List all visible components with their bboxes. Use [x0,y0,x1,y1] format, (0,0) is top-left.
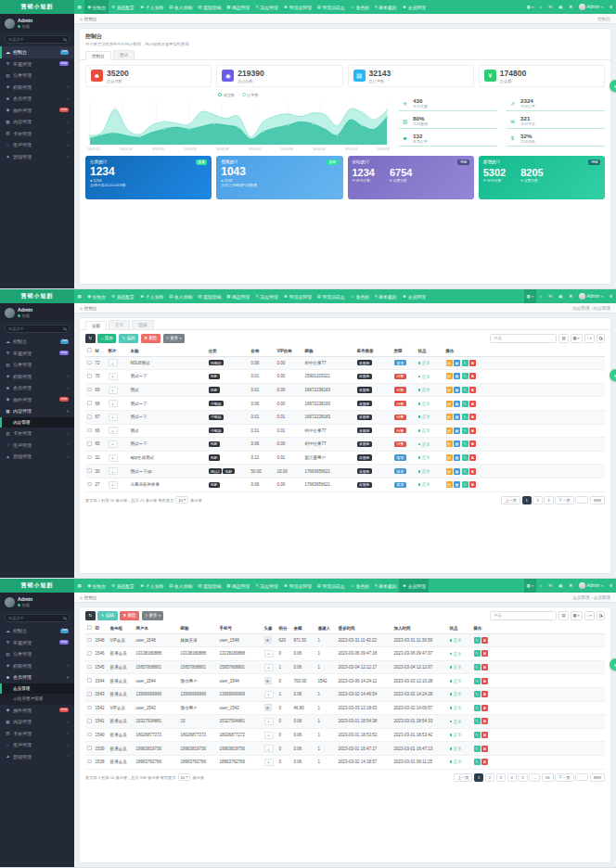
column-header-5[interactable]: 手机号 [218,623,263,634]
close-button[interactable]: ✖ [566,579,576,593]
detail-button[interactable]: ▤ [446,387,453,393]
column-header-3[interactable]: 用户名 [135,623,179,634]
delete-row-button[interactable]: ✖ [481,759,488,765]
column-header-2[interactable]: 图片 [107,346,129,357]
nav-item-4[interactable]: ▥提现明细 [195,0,224,14]
delete-row-button[interactable]: ✖ [469,414,476,420]
edit-row-button[interactable]: ✎ [474,678,481,684]
column-header-13[interactable]: 操作 [472,623,606,634]
delete-row-button[interactable]: ✖ [481,637,488,644]
page-button-5[interactable]: 5 [518,773,527,782]
row-checkbox[interactable] [87,441,92,446]
row-checkbox[interactable] [87,361,92,365]
row-checkbox[interactable] [87,638,92,643]
edit-row-button[interactable]: ✎ [474,691,481,697]
fab-button[interactable]: ≡ [610,369,616,381]
next-page-button[interactable]: 下一页 [555,773,574,782]
sidebar-item-7[interactable]: ▥卡密管理‹ [0,428,74,440]
delete-row-button[interactable]: ✖ [481,746,488,752]
nav-item-6[interactable]: ✎日志管理 [252,579,280,593]
nav-item-11[interactable]: ☻会员管理 [399,0,428,14]
delete-row-button[interactable]: ✖ [481,705,488,711]
close-button[interactable]: ✖ [566,289,576,303]
delete-row-button[interactable]: ✖ [481,650,488,657]
edit-row-button[interactable]: ✎ [462,373,468,379]
detail-button[interactable]: ▤ [446,481,453,488]
page-button-4[interactable]: 4 [507,773,517,782]
fullscreen-button[interactable]: ▣ [556,579,566,593]
nav-item-10[interactable]: ≡菜单规则 [372,0,399,14]
nav-item-3[interactable]: ▤收入明细 [166,0,195,14]
row-checkbox[interactable] [87,482,92,487]
column-header-7[interactable]: 积分 [277,623,292,634]
column-header-6[interactable]: VIP价格 [276,346,303,357]
sidebar-item-5[interactable]: ◆插件管理new [0,105,74,117]
sidebar-item-9[interactable]: ▲营销管理‹ [0,151,74,163]
row-checkbox[interactable] [87,401,92,405]
sidebar-item-1[interactable]: ⚙常规管理new [0,637,74,649]
sidebar-item-3[interactable]: ◈权限管理‹ [0,82,74,94]
mail-button[interactable]: ✉ [545,579,556,593]
nav-item-8[interactable]: ▤管理员日志 [314,0,348,14]
row-checkbox[interactable] [87,678,92,683]
home-button[interactable]: ⌂ [536,0,545,14]
fullscreen-button[interactable]: ▣ [556,289,566,303]
sidebar-item-4[interactable]: ☻会员管理▾ [0,671,74,683]
column-header-4[interactable]: 分类 [207,346,250,357]
add-button[interactable]: +添加 [97,334,116,343]
home-button[interactable]: ⌂ [536,289,545,303]
layout-dropdown[interactable]: ▦▾ [524,289,537,303]
mail-button[interactable]: ✉ [545,0,556,14]
sidebar-item-3[interactable]: ◈权限管理‹ [0,371,74,383]
sidebar-item-6[interactable]: ▦内容管理▾ [0,405,74,417]
detail-button[interactable]: ▤ [446,428,453,434]
nav-item-3[interactable]: ▤收入明细 [166,289,195,303]
delete-row-button[interactable]: ✖ [481,678,488,684]
sidebar-search[interactable]: 搜索菜单 [5,614,70,622]
legend-item-1[interactable]: 订单数 [242,93,259,97]
delete-row-button[interactable]: ✖ [481,718,488,724]
close-button[interactable]: ✖ [566,0,576,14]
settings-button[interactable]: ⚙ [606,289,616,303]
row-checkbox[interactable] [87,733,92,737]
page-button-…[interactable]: … [529,773,540,782]
sidebar-item-2[interactable]: ▤分类管理 [0,359,74,371]
nav-item-4[interactable]: ▥提现明细 [195,289,224,303]
column-header-9[interactable]: 类型 [392,346,417,357]
page-jump-button[interactable]: 跳转 [590,773,605,782]
detail-button[interactable]: ▤ [446,360,453,366]
nav-item-9[interactable]: ☺角色组 [348,579,373,593]
search-input[interactable]: 搜索 [490,334,557,343]
edit-row-button[interactable]: ✎ [474,746,481,752]
nav-item-1[interactable]: ⚙系统配置 [109,289,137,303]
legend-item-0[interactable]: 成交数 [218,93,235,97]
edit-row-button[interactable]: ✎ [474,664,481,670]
select-all-checkbox[interactable] [87,625,92,630]
nav-item-9[interactable]: ☺角色组 [348,289,373,303]
edit-row-button[interactable]: ✎ [474,718,481,724]
page-jump-button[interactable]: 跳转 [590,496,605,504]
column-header-1[interactable]: Id [94,346,107,357]
row-checkbox[interactable] [87,706,92,710]
common-search-button[interactable]: ▤ [558,334,568,343]
edit-row-button[interactable]: ✎ [462,428,468,434]
episodes-button[interactable]: ▦ [454,440,460,447]
nav-item-7[interactable]: ☻管理员管理 [281,0,314,14]
card-badge[interactable]: 明细 [457,160,469,165]
edit-row-button[interactable]: ✎ [462,454,468,461]
common-search-button[interactable]: ▤ [558,611,568,620]
search-input[interactable]: 搜索 [490,611,557,620]
tab-1[interactable]: 测试 [113,50,135,59]
sidebar-item-0[interactable]: ☁控制台hot [0,46,74,58]
per-page-select[interactable]: 10▾ [175,496,188,504]
delete-row-button[interactable]: ✖ [469,428,476,434]
column-header-6[interactable]: 头像 [263,623,277,634]
sidebar-item-6[interactable]: ▦内容管理‹ [0,116,74,128]
nav-item-11[interactable]: ☻会员管理 [399,579,428,593]
sidebar-item-0[interactable]: ☁控制台hot [0,625,74,637]
nav-item-0[interactable]: ◉控制台 [84,579,109,593]
sidebar-item-1[interactable]: ⚙常规管理new [0,348,74,360]
episodes-button[interactable]: ▦ [454,468,460,475]
more-button[interactable]: ≡更多▾ [163,334,186,343]
row-checkbox[interactable] [87,746,92,750]
